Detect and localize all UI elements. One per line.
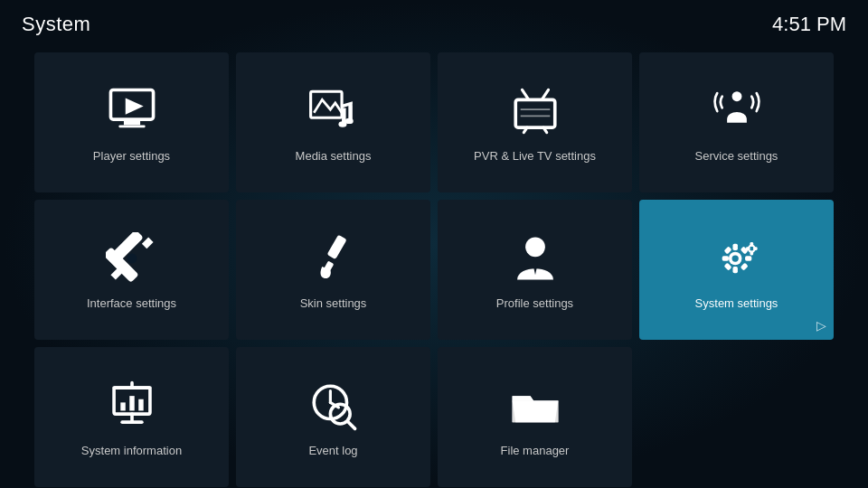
file-manager-icon <box>506 377 564 435</box>
svg-rect-41 <box>753 247 758 250</box>
interface-settings-label: Interface settings <box>80 296 184 310</box>
interface-settings-icon <box>103 230 161 287</box>
player-settings-icon <box>103 82 161 140</box>
media-settings-label: Media settings <box>288 149 379 163</box>
svg-point-8 <box>344 118 353 124</box>
file-manager-label: File manager <box>494 444 577 457</box>
svg-rect-30 <box>722 256 728 260</box>
svg-rect-44 <box>129 396 134 410</box>
service-settings-icon <box>708 82 766 140</box>
svg-rect-31 <box>745 256 751 260</box>
event-log-icon <box>305 377 363 435</box>
tile-interface-settings[interactable]: Interface settings <box>34 200 229 340</box>
svg-rect-1 <box>123 121 139 126</box>
svg-rect-39 <box>750 251 753 256</box>
svg-marker-3 <box>125 99 143 115</box>
profile-settings-label: Profile settings <box>489 296 580 310</box>
svg-line-54 <box>347 421 354 428</box>
tile-profile-settings[interactable]: Profile settings <box>438 200 632 340</box>
svg-point-16 <box>731 91 741 101</box>
skin-settings-icon <box>305 230 363 287</box>
media-settings-icon <box>305 82 363 140</box>
player-settings-label: Player settings <box>86 149 177 163</box>
tile-media-settings[interactable]: Media settings <box>236 52 430 192</box>
svg-rect-2 <box>118 125 145 127</box>
svg-rect-22 <box>326 235 346 259</box>
svg-marker-21 <box>141 237 153 249</box>
header: System 4:51 PM <box>0 0 868 43</box>
pvr-settings-label: PVR & Live TV settings <box>467 149 603 163</box>
svg-rect-28 <box>732 244 737 250</box>
svg-rect-18 <box>108 232 144 266</box>
system-settings-icon <box>708 230 766 287</box>
system-information-icon <box>103 377 161 435</box>
tile-service-settings[interactable]: Service settings <box>639 52 834 192</box>
tile-system-information[interactable]: System information <box>34 347 229 487</box>
tile-system-settings[interactable]: System settings ▷ <box>639 200 834 340</box>
svg-point-24 <box>525 237 545 257</box>
svg-point-19 <box>127 254 137 264</box>
svg-rect-43 <box>120 402 125 410</box>
tile-file-manager[interactable]: File manager <box>438 347 632 487</box>
svg-rect-9 <box>515 99 555 127</box>
svg-rect-40 <box>745 247 750 250</box>
svg-rect-29 <box>732 267 737 273</box>
svg-point-27 <box>731 255 738 261</box>
svg-rect-32 <box>723 246 731 254</box>
skin-settings-label: Skin settings <box>293 296 374 310</box>
tile-player-settings[interactable]: Player settings <box>34 52 229 192</box>
pvr-settings-icon <box>506 82 564 140</box>
service-settings-label: Service settings <box>688 149 786 163</box>
svg-point-7 <box>338 121 346 127</box>
tile-skin-settings[interactable]: Skin settings <box>236 200 430 340</box>
cursor-indicator: ▷ <box>816 318 826 333</box>
svg-rect-33 <box>740 263 748 271</box>
system-information-label: System information <box>74 444 189 457</box>
tile-pvr-settings[interactable]: PVR & Live TV settings <box>438 52 632 192</box>
svg-rect-45 <box>138 399 143 411</box>
profile-settings-icon <box>506 230 564 287</box>
svg-rect-38 <box>750 242 753 247</box>
system-settings-label: System settings <box>688 296 786 310</box>
clock: 4:51 PM <box>772 13 846 36</box>
event-log-label: Event log <box>301 444 364 457</box>
tile-event-log[interactable]: Event log <box>236 347 430 487</box>
svg-point-37 <box>750 247 754 251</box>
settings-grid: Player settings Media settings <box>0 43 868 488</box>
app-title: System <box>22 13 90 36</box>
svg-rect-34 <box>723 263 731 271</box>
